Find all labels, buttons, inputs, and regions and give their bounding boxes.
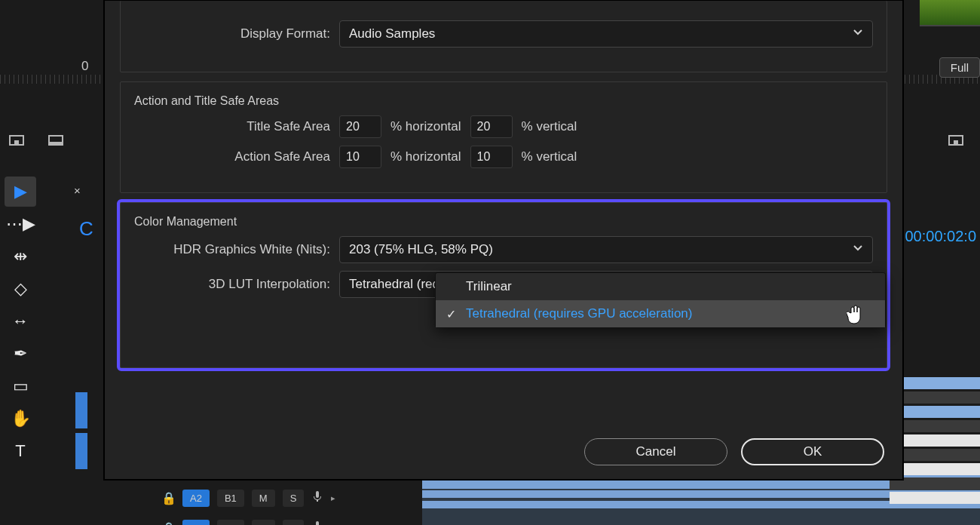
safe-areas-legend: Action and Title Safe Areas — [134, 94, 279, 107]
timeline-right-stack — [890, 377, 980, 506]
hand-cursor-icon — [847, 304, 863, 325]
title-safe-v-input[interactable]: 20 — [470, 115, 513, 138]
track-select-tool[interactable]: ⋯▶ — [5, 209, 36, 239]
mic-icon[interactable] — [311, 520, 323, 525]
check-icon: ✓ — [446, 307, 456, 321]
lut-option-label: Trilinear — [466, 279, 512, 294]
expand-icon[interactable]: ▸ — [331, 493, 335, 503]
action-safe-h-input[interactable]: 10 — [339, 146, 381, 168]
timeline-clip[interactable] — [75, 392, 87, 428]
viewer-thumbnail — [920, 0, 980, 26]
action-safe-v-input[interactable]: 10 — [470, 146, 513, 168]
display-format-value: Audio Samples — [349, 26, 435, 41]
slip-tool[interactable]: ↔ — [5, 306, 36, 336]
ripple-edit-tool[interactable]: ⇹ — [5, 241, 36, 272]
pen-tool[interactable]: ✒ — [5, 339, 36, 369]
chevron-down-icon — [853, 26, 863, 41]
hdr-white-select[interactable]: 203 (75% HLG, 58% PQ) — [339, 236, 873, 263]
track-chip[interactable]: A2 — [182, 490, 210, 507]
svg-rect-1 — [14, 140, 19, 145]
track-toggle[interactable]: S — [283, 490, 305, 507]
rectangle-tool[interactable]: ▭ — [5, 371, 36, 401]
ruler-value: 0 — [81, 59, 88, 74]
hdr-white-label: HDR Graphics White (Nits): — [134, 242, 330, 257]
title-safe-h-input[interactable]: 20 — [339, 115, 381, 138]
title-safe-label: Title Safe Area — [134, 119, 330, 134]
svg-rect-5 — [954, 140, 958, 145]
track-chip[interactable]: A3 — [182, 520, 210, 526]
tool-toolbar: ▶⋯▶⇹◇↔✒▭✋T — [0, 175, 41, 525]
track-toggle[interactable]: M — [252, 520, 275, 526]
display-format-select[interactable]: Audio Samples — [339, 20, 873, 48]
lut-option[interactable]: ✓Tetrahedral (requires GPU acceleration) — [436, 300, 885, 327]
timeline-clip[interactable] — [75, 433, 87, 469]
dialog-button-row: Cancel OK — [584, 438, 884, 465]
display-format-label: Display Format: — [134, 26, 330, 41]
type-tool[interactable]: T — [5, 436, 36, 466]
panel-close-icon[interactable]: × — [74, 184, 81, 197]
razor-tool[interactable]: ◇ — [5, 274, 36, 304]
right-bg-icons — [947, 131, 965, 149]
left-bg-icons — [8, 131, 65, 149]
chevron-down-icon — [853, 242, 863, 257]
full-button[interactable]: Full — [939, 57, 980, 78]
pct-vertical-label: % vertical — [522, 149, 577, 164]
hdr-white-value: 203 (75% HLG, 58% PQ) — [349, 242, 493, 257]
lock-icon[interactable]: 🔒 — [161, 521, 175, 526]
track-toggle[interactable]: B1 — [217, 490, 244, 507]
lut-option[interactable]: Trilinear — [436, 273, 885, 300]
sequence-settings-dialog: Display Format: Audio Samples Action and… — [104, 0, 903, 480]
lut-option-label: Tetrahedral (requires GPU acceleration) — [466, 306, 692, 321]
hand-tool[interactable]: ✋ — [5, 404, 36, 434]
lut-interpolation-dropdown[interactable]: Trilinear✓Tetrahedral (requires GPU acce… — [435, 272, 886, 328]
cancel-button[interactable]: Cancel — [584, 438, 727, 465]
color-management-legend: Color Management — [134, 215, 237, 228]
action-safe-label: Action Safe Area — [134, 149, 330, 164]
panel-letter: C — [79, 217, 93, 241]
track-toggle[interactable]: S — [283, 520, 305, 526]
ok-button[interactable]: OK — [741, 438, 884, 465]
track-toggle[interactable]: B1 — [217, 520, 244, 526]
selection-tool[interactable]: ▶ — [5, 177, 36, 207]
display-format-section: Display Format: Audio Samples — [120, 1, 887, 72]
lut-interpolation-label: 3D LUT Interpolation: — [134, 277, 330, 292]
pct-vertical-label: % vertical — [522, 119, 577, 134]
mic-icon[interactable] — [311, 490, 323, 505]
lock-icon[interactable]: 🔒 — [161, 491, 175, 505]
svg-rect-3 — [49, 142, 63, 145]
timecode-readout: 00:00:02:0 — [905, 228, 976, 245]
track-toggle[interactable]: M — [252, 490, 275, 507]
pct-horizontal-label: % horizontal — [390, 149, 461, 164]
safe-areas-section: Action and Title Safe Areas Title Safe A… — [120, 81, 887, 193]
pct-horizontal-label: % horizontal — [390, 119, 461, 134]
